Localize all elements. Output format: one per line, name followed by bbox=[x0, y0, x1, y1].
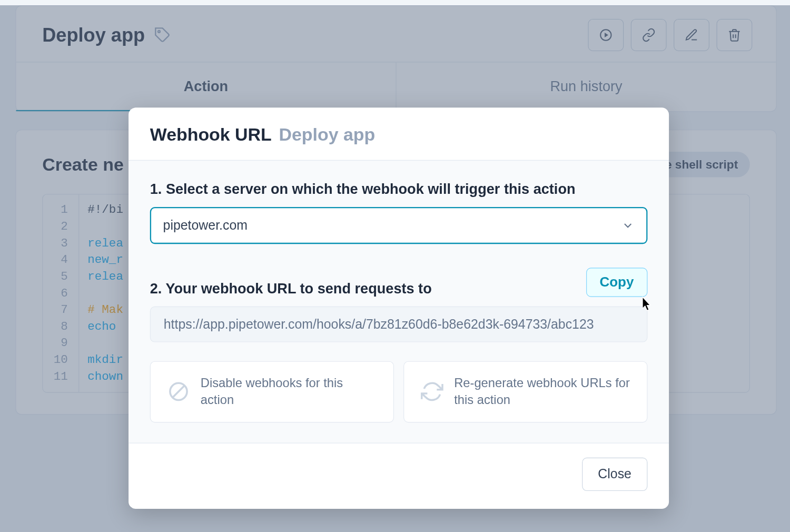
step1-label: 1. Select a server on which the webhook … bbox=[150, 181, 648, 198]
modal-subtitle: Deploy app bbox=[279, 124, 375, 144]
disable-webhooks-label: Disable webhooks for this action bbox=[201, 375, 377, 409]
modal-title: Webhook URL bbox=[150, 124, 272, 144]
prohibit-icon bbox=[167, 380, 190, 403]
copy-button[interactable]: Copy bbox=[586, 268, 647, 297]
server-selected-value: pipetower.com bbox=[163, 218, 248, 233]
step2-label: 2. Your webhook URL to send requests to bbox=[150, 280, 432, 297]
webhook-url-field[interactable]: https://app.pipetower.com/hooks/a/7bz81z… bbox=[150, 307, 648, 342]
regenerate-webhooks-button[interactable]: Re-generate webhook URLs for this action bbox=[403, 361, 647, 422]
chevron-down-icon bbox=[621, 219, 635, 232]
svg-line-4 bbox=[172, 386, 184, 398]
server-select[interactable]: pipetower.com bbox=[150, 207, 648, 244]
close-button[interactable]: Close bbox=[582, 457, 648, 490]
webhook-modal: Webhook URL Deploy app 1. Select a serve… bbox=[129, 107, 669, 508]
regenerate-webhooks-label: Re-generate webhook URLs for this action bbox=[454, 375, 630, 409]
disable-webhooks-button[interactable]: Disable webhooks for this action bbox=[150, 361, 394, 422]
refresh-icon bbox=[421, 380, 443, 403]
